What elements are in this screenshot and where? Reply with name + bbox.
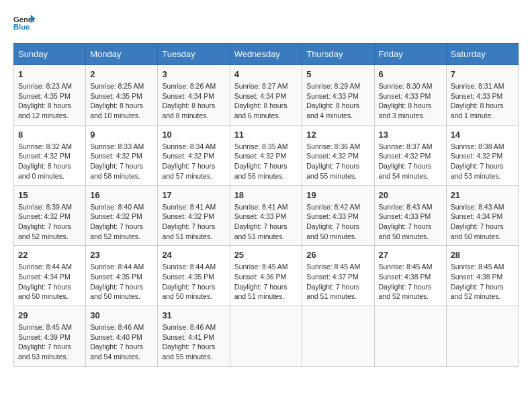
day-info: Sunrise: 8:35 AM Sunset: 4:32 PM Dayligh… bbox=[234, 142, 298, 181]
day-number: 7 bbox=[451, 69, 514, 79]
calendar-cell: 8 Sunrise: 8:32 AM Sunset: 4:32 PM Dayli… bbox=[14, 125, 86, 185]
day-number: 5 bbox=[306, 69, 369, 79]
day-number: 24 bbox=[162, 250, 225, 260]
day-number: 26 bbox=[306, 250, 369, 260]
calendar-cell: 10 Sunrise: 8:34 AM Sunset: 4:32 PM Dayl… bbox=[158, 125, 230, 185]
day-number: 29 bbox=[18, 310, 81, 320]
calendar-cell: 6 Sunrise: 8:30 AM Sunset: 4:33 PM Dayli… bbox=[374, 65, 446, 126]
calendar-cell: 16 Sunrise: 8:40 AM Sunset: 4:32 PM Dayl… bbox=[86, 185, 158, 246]
logo-icon: General Blue bbox=[13, 13, 35, 32]
page-header: General Blue bbox=[13, 13, 519, 32]
day-info: Sunrise: 8:44 AM Sunset: 4:35 PM Dayligh… bbox=[90, 262, 153, 302]
day-number: 13 bbox=[379, 130, 442, 140]
day-number: 12 bbox=[306, 130, 369, 140]
day-number: 25 bbox=[234, 250, 298, 260]
day-info: Sunrise: 8:43 AM Sunset: 4:34 PM Dayligh… bbox=[451, 202, 514, 242]
day-info: Sunrise: 8:29 AM Sunset: 4:33 PM Dayligh… bbox=[306, 81, 369, 121]
day-info: Sunrise: 8:45 AM Sunset: 4:37 PM Dayligh… bbox=[306, 262, 369, 302]
day-number: 18 bbox=[234, 190, 298, 200]
calendar-cell: 26 Sunrise: 8:45 AM Sunset: 4:37 PM Dayl… bbox=[302, 246, 374, 306]
calendar-cell: 12 Sunrise: 8:36 AM Sunset: 4:32 PM Dayl… bbox=[302, 125, 374, 185]
day-number: 27 bbox=[379, 250, 442, 260]
day-number: 31 bbox=[162, 310, 225, 320]
day-number: 21 bbox=[451, 190, 514, 200]
day-info: Sunrise: 8:32 AM Sunset: 4:32 PM Dayligh… bbox=[18, 142, 81, 181]
calendar-cell: 22 Sunrise: 8:44 AM Sunset: 4:34 PM Dayl… bbox=[14, 246, 86, 306]
day-number: 2 bbox=[90, 69, 153, 79]
header-monday: Monday bbox=[86, 44, 158, 65]
header-thursday: Thursday bbox=[302, 44, 374, 65]
day-number: 17 bbox=[162, 190, 225, 200]
day-number: 9 bbox=[90, 130, 153, 140]
svg-text:Blue: Blue bbox=[13, 23, 30, 31]
calendar-cell: 15 Sunrise: 8:39 AM Sunset: 4:32 PM Dayl… bbox=[14, 185, 86, 246]
day-number: 19 bbox=[306, 190, 369, 200]
calendar-cell: 25 Sunrise: 8:45 AM Sunset: 4:36 PM Dayl… bbox=[230, 246, 302, 306]
calendar-cell: 31 Sunrise: 8:46 AM Sunset: 4:41 PM Dayl… bbox=[158, 306, 230, 367]
day-number: 14 bbox=[451, 130, 514, 140]
day-number: 22 bbox=[18, 250, 81, 260]
calendar-cell bbox=[446, 306, 518, 367]
day-number: 15 bbox=[18, 190, 81, 200]
calendar-cell bbox=[230, 306, 302, 367]
calendar-cell bbox=[302, 306, 374, 367]
day-info: Sunrise: 8:39 AM Sunset: 4:32 PM Dayligh… bbox=[18, 202, 81, 242]
calendar-cell: 20 Sunrise: 8:43 AM Sunset: 4:33 PM Dayl… bbox=[374, 185, 446, 246]
header-saturday: Saturday bbox=[446, 44, 518, 65]
day-info: Sunrise: 8:41 AM Sunset: 4:32 PM Dayligh… bbox=[162, 202, 225, 242]
day-number: 20 bbox=[379, 190, 442, 200]
day-info: Sunrise: 8:46 AM Sunset: 4:41 PM Dayligh… bbox=[162, 322, 225, 362]
calendar-header-row: SundayMondayTuesdayWednesdayThursdayFrid… bbox=[14, 44, 519, 65]
calendar-cell: 23 Sunrise: 8:44 AM Sunset: 4:35 PM Dayl… bbox=[86, 246, 158, 306]
day-info: Sunrise: 8:45 AM Sunset: 4:39 PM Dayligh… bbox=[18, 322, 81, 362]
day-number: 3 bbox=[162, 69, 225, 79]
day-info: Sunrise: 8:25 AM Sunset: 4:35 PM Dayligh… bbox=[90, 81, 153, 121]
calendar-cell: 2 Sunrise: 8:25 AM Sunset: 4:35 PM Dayli… bbox=[86, 65, 158, 126]
calendar-cell: 19 Sunrise: 8:42 AM Sunset: 4:33 PM Dayl… bbox=[302, 185, 374, 246]
day-info: Sunrise: 8:40 AM Sunset: 4:32 PM Dayligh… bbox=[90, 202, 153, 242]
day-info: Sunrise: 8:45 AM Sunset: 4:38 PM Dayligh… bbox=[379, 262, 442, 302]
calendar-cell: 28 Sunrise: 8:45 AM Sunset: 4:38 PM Dayl… bbox=[446, 246, 518, 306]
logo: General Blue bbox=[13, 13, 35, 32]
calendar-table: SundayMondayTuesdayWednesdayThursdayFrid… bbox=[13, 43, 519, 367]
calendar-cell: 14 Sunrise: 8:38 AM Sunset: 4:32 PM Dayl… bbox=[446, 125, 518, 185]
header-friday: Friday bbox=[374, 44, 446, 65]
day-info: Sunrise: 8:46 AM Sunset: 4:40 PM Dayligh… bbox=[90, 322, 153, 362]
calendar-cell: 27 Sunrise: 8:45 AM Sunset: 4:38 PM Dayl… bbox=[374, 246, 446, 306]
day-number: 4 bbox=[234, 69, 298, 79]
day-info: Sunrise: 8:33 AM Sunset: 4:32 PM Dayligh… bbox=[90, 142, 153, 181]
calendar-cell: 21 Sunrise: 8:43 AM Sunset: 4:34 PM Dayl… bbox=[446, 185, 518, 246]
day-info: Sunrise: 8:36 AM Sunset: 4:32 PM Dayligh… bbox=[306, 142, 369, 181]
day-info: Sunrise: 8:45 AM Sunset: 4:36 PM Dayligh… bbox=[234, 262, 298, 302]
calendar-cell: 13 Sunrise: 8:37 AM Sunset: 4:32 PM Dayl… bbox=[374, 125, 446, 185]
calendar-week-2: 8 Sunrise: 8:32 AM Sunset: 4:32 PM Dayli… bbox=[14, 125, 519, 185]
day-info: Sunrise: 8:34 AM Sunset: 4:32 PM Dayligh… bbox=[162, 142, 225, 181]
header-sunday: Sunday bbox=[14, 44, 86, 65]
day-info: Sunrise: 8:41 AM Sunset: 4:33 PM Dayligh… bbox=[234, 202, 298, 242]
day-number: 23 bbox=[90, 250, 153, 260]
day-info: Sunrise: 8:27 AM Sunset: 4:34 PM Dayligh… bbox=[234, 81, 298, 121]
calendar-week-4: 22 Sunrise: 8:44 AM Sunset: 4:34 PM Dayl… bbox=[14, 246, 519, 306]
day-number: 11 bbox=[234, 130, 298, 140]
day-number: 1 bbox=[18, 69, 81, 79]
calendar-cell: 4 Sunrise: 8:27 AM Sunset: 4:34 PM Dayli… bbox=[230, 65, 302, 126]
calendar-cell: 24 Sunrise: 8:44 AM Sunset: 4:35 PM Dayl… bbox=[158, 246, 230, 306]
calendar-cell: 11 Sunrise: 8:35 AM Sunset: 4:32 PM Dayl… bbox=[230, 125, 302, 185]
calendar-week-5: 29 Sunrise: 8:45 AM Sunset: 4:39 PM Dayl… bbox=[14, 306, 519, 367]
day-info: Sunrise: 8:44 AM Sunset: 4:35 PM Dayligh… bbox=[162, 262, 225, 302]
day-number: 10 bbox=[162, 130, 225, 140]
day-info: Sunrise: 8:44 AM Sunset: 4:34 PM Dayligh… bbox=[18, 262, 81, 302]
day-info: Sunrise: 8:23 AM Sunset: 4:35 PM Dayligh… bbox=[18, 81, 81, 121]
calendar-cell bbox=[374, 306, 446, 367]
calendar-cell: 1 Sunrise: 8:23 AM Sunset: 4:35 PM Dayli… bbox=[14, 65, 86, 126]
day-info: Sunrise: 8:31 AM Sunset: 4:33 PM Dayligh… bbox=[451, 81, 514, 121]
calendar-cell: 30 Sunrise: 8:46 AM Sunset: 4:40 PM Dayl… bbox=[86, 306, 158, 367]
header-wednesday: Wednesday bbox=[230, 44, 302, 65]
calendar-week-1: 1 Sunrise: 8:23 AM Sunset: 4:35 PM Dayli… bbox=[14, 65, 519, 126]
day-info: Sunrise: 8:38 AM Sunset: 4:32 PM Dayligh… bbox=[451, 142, 514, 181]
header-tuesday: Tuesday bbox=[158, 44, 230, 65]
day-number: 28 bbox=[451, 250, 514, 260]
calendar-cell: 17 Sunrise: 8:41 AM Sunset: 4:32 PM Dayl… bbox=[158, 185, 230, 246]
day-info: Sunrise: 8:26 AM Sunset: 4:34 PM Dayligh… bbox=[162, 81, 225, 121]
calendar-cell: 18 Sunrise: 8:41 AM Sunset: 4:33 PM Dayl… bbox=[230, 185, 302, 246]
